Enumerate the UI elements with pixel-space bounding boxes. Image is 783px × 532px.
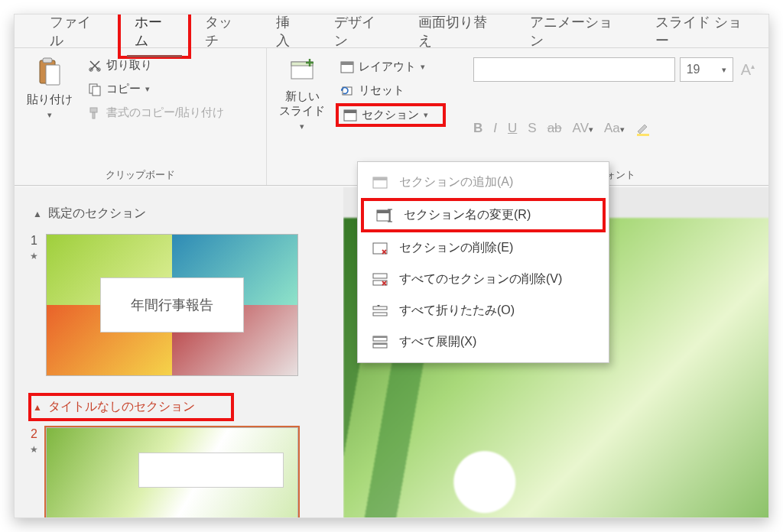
cut-label: 切り取り bbox=[106, 58, 152, 73]
new-slide-button[interactable]: 新しい スライド ▾ bbox=[275, 53, 330, 135]
svg-rect-22 bbox=[373, 274, 387, 278]
section-header-untitled[interactable]: ▲ タイトルなしのセクション bbox=[30, 394, 232, 420]
svg-rect-6 bbox=[93, 86, 100, 96]
app-window: ファイル ホーム タッチ 挿入 デザイン 画面切り替え アニメーション スライド… bbox=[14, 14, 769, 518]
paste-icon bbox=[35, 56, 64, 89]
menu-remove-all-label: すべてのセクションの削除(V) bbox=[399, 271, 562, 287]
format-painter-button: 書式のコピー/貼り付け bbox=[85, 103, 227, 122]
new-slide-label: 新しい スライド bbox=[279, 89, 325, 118]
section-button[interactable]: セクション ▾ bbox=[337, 105, 444, 125]
menu-remove-section[interactable]: セクションの削除(E) bbox=[358, 232, 609, 264]
section-dropdown-menu: セクションの追加(A) セクション名の変更(R) セクションの削除(E) すべて… bbox=[357, 161, 609, 363]
svg-rect-15 bbox=[344, 110, 356, 113]
remove-all-sections-icon bbox=[372, 273, 388, 287]
svg-rect-7 bbox=[90, 108, 97, 112]
menu-expand-all[interactable]: すべて展開(X) bbox=[358, 326, 609, 358]
slide-number-value: 2 bbox=[31, 427, 37, 441]
chevron-down-icon: ▾ bbox=[300, 122, 304, 131]
menu-remove-section-label: セクションの削除(E) bbox=[399, 240, 513, 256]
svg-rect-28 bbox=[373, 336, 387, 338]
chevron-down-icon: ▾ bbox=[722, 65, 726, 75]
remove-section-icon bbox=[372, 242, 388, 255]
change-case-button[interactable]: Aa▾ bbox=[604, 121, 625, 136]
font-size-value: 19 bbox=[687, 63, 700, 76]
slide1-title-box: 年間行事報告 bbox=[100, 277, 244, 332]
reset-button[interactable]: リセット bbox=[337, 81, 444, 100]
expand-all-icon bbox=[372, 336, 388, 349]
slide-number-1: 1 ★ bbox=[30, 234, 38, 261]
increase-font-button[interactable]: A▴ bbox=[738, 61, 758, 79]
menu-remove-all-sections[interactable]: すべてのセクションの削除(V) bbox=[358, 264, 609, 295]
slide1-title-text: 年間行事報告 bbox=[131, 296, 213, 314]
collapse-triangle-icon: ▲ bbox=[33, 209, 42, 219]
reset-icon bbox=[340, 85, 354, 97]
menu-rename-section-label: セクション名の変更(R) bbox=[404, 207, 531, 223]
menu-collapse-all[interactable]: すべて折りたたみ(O) bbox=[358, 295, 609, 326]
menu-collapse-all-label: すべて折りたたみ(O) bbox=[399, 303, 515, 319]
chevron-down-icon: ▾ bbox=[47, 110, 52, 120]
strikethrough-button[interactable]: ab bbox=[547, 121, 562, 136]
section-header-default[interactable]: ▲ 既定のセクション bbox=[30, 201, 334, 226]
scissors-icon bbox=[88, 59, 102, 73]
slide-thumb-row-1: 1 ★ 年間行事報告 bbox=[30, 234, 334, 376]
underline-button[interactable]: U bbox=[508, 121, 517, 136]
font-style-row: B I U S ab AV▾ Aa▾ bbox=[473, 112, 758, 136]
svg-rect-8 bbox=[93, 112, 95, 118]
copy-button[interactable]: コピー ▾ bbox=[85, 79, 227, 99]
format-painter-icon bbox=[88, 106, 102, 120]
slide-thumbnail-2[interactable] bbox=[46, 427, 298, 517]
font-name-field[interactable] bbox=[473, 57, 675, 82]
slide-thumbnail-panel[interactable]: ▲ 既定のセクション 1 ★ 年間行事報告 ▲ タイトルなしのセクション bbox=[15, 187, 343, 517]
format-painter-label: 書式のコピー/貼り付け bbox=[106, 105, 224, 120]
chevron-down-icon: ▾ bbox=[424, 110, 428, 120]
slide-number-2: 2 ★ bbox=[30, 427, 38, 455]
layout-label: レイアウト bbox=[359, 60, 416, 74]
svg-rect-29 bbox=[373, 343, 387, 345]
rename-section-icon bbox=[376, 209, 393, 222]
svg-rect-16 bbox=[637, 134, 649, 136]
shadow-button[interactable]: S bbox=[528, 121, 536, 136]
font-size-field[interactable]: 19 ▾ bbox=[680, 57, 733, 82]
svg-rect-12 bbox=[341, 62, 353, 65]
layout-button[interactable]: レイアウト ▾ bbox=[337, 57, 444, 76]
section-header-label: 既定のセクション bbox=[48, 206, 146, 222]
copy-icon bbox=[88, 83, 102, 96]
svg-rect-25 bbox=[373, 313, 387, 316]
slide-thumb-row-2: 2 ★ bbox=[30, 427, 334, 517]
svg-rect-1 bbox=[46, 65, 60, 85]
layout-icon bbox=[340, 61, 354, 73]
paste-button[interactable]: 貼り付け ▾ bbox=[22, 53, 77, 123]
group-clipboard: 貼り付け ▾ 切り取り コピー ▾ bbox=[15, 48, 267, 185]
section-label: セクション bbox=[362, 108, 419, 122]
tab-home[interactable]: ホーム bbox=[119, 14, 190, 57]
slide-number-value: 1 bbox=[31, 234, 37, 248]
collapse-all-icon bbox=[372, 304, 388, 318]
chevron-down-icon: ▾ bbox=[421, 62, 425, 72]
italic-button[interactable]: I bbox=[493, 121, 497, 136]
svg-rect-24 bbox=[373, 307, 387, 310]
highlight-color-icon[interactable] bbox=[635, 121, 651, 136]
svg-rect-20 bbox=[377, 210, 389, 213]
add-section-icon bbox=[372, 177, 388, 189]
char-spacing-button[interactable]: AV▾ bbox=[573, 121, 593, 136]
reset-label: リセット bbox=[359, 83, 404, 98]
menu-rename-section[interactable]: セクション名の変更(R) bbox=[362, 200, 604, 231]
menu-expand-all-label: すべて展開(X) bbox=[399, 334, 476, 350]
collapse-triangle-icon: ▲ bbox=[33, 402, 42, 413]
section-icon bbox=[343, 109, 357, 122]
copy-label: コピー bbox=[106, 82, 141, 96]
menu-add-section-label: セクションの追加(A) bbox=[399, 174, 513, 190]
svg-rect-18 bbox=[373, 177, 387, 180]
bold-button[interactable]: B bbox=[473, 121, 482, 136]
svg-rect-2 bbox=[43, 58, 52, 63]
star-icon: ★ bbox=[30, 444, 38, 455]
slide-thumbnail-1[interactable]: 年間行事報告 bbox=[46, 234, 298, 376]
section-header-label: タイトルなしのセクション bbox=[48, 399, 195, 415]
new-slide-icon bbox=[287, 56, 317, 86]
cut-button[interactable]: 切り取り bbox=[85, 56, 227, 75]
ribbon-tab-bar: ファイル ホーム タッチ 挿入 デザイン 画面切り替え アニメーション スライド… bbox=[15, 15, 768, 48]
paste-label: 貼り付け bbox=[27, 92, 73, 107]
chevron-down-icon: ▾ bbox=[145, 84, 150, 94]
slide2-title-box bbox=[138, 453, 284, 488]
group-label-clipboard: クリップボード bbox=[22, 165, 258, 182]
